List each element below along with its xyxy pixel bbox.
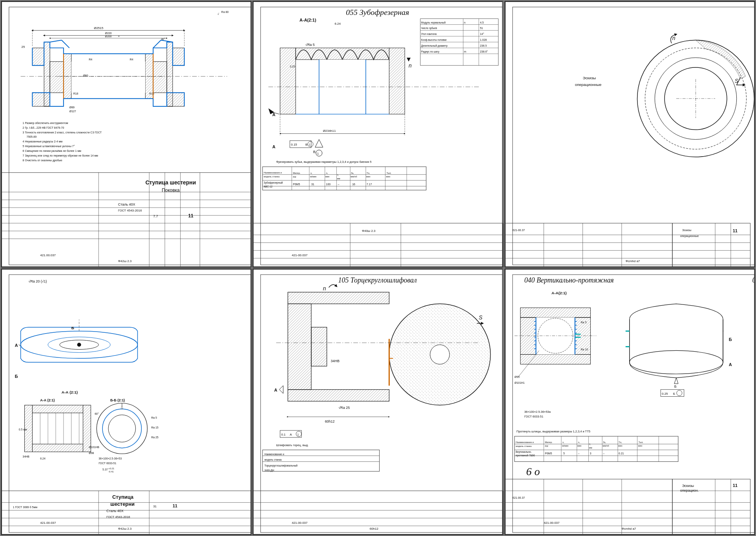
svg-text:модель станка: модель станка bbox=[264, 175, 280, 178]
svg-text:Сталь 40Х: Сталь 40Х bbox=[118, 202, 135, 206]
svg-text:421-00.037: 421-00.037 bbox=[292, 253, 308, 257]
svg-text:421.00.037: 421.00.037 bbox=[40, 253, 56, 257]
svg-line-18 bbox=[153, 40, 161, 48]
svg-rect-312 bbox=[520, 354, 590, 364]
svg-text:1: 1 bbox=[309, 143, 310, 146]
svg-text:621-00.37: 621-00.37 bbox=[513, 229, 525, 232]
svg-text:модель станка: модель станка bbox=[265, 458, 282, 461]
panel-bot-left: √Ra 20 (√1) А А-А (2:1) Б Б bbox=[1, 268, 252, 535]
svg-text:В: В bbox=[305, 143, 307, 146]
svg-text:РИ: РИ bbox=[293, 176, 296, 178]
svg-text:60h12: 60h12 bbox=[325, 419, 335, 423]
svg-rect-9 bbox=[173, 48, 184, 66]
svg-rect-222 bbox=[32, 405, 83, 413]
svg-text:операционные: операционные bbox=[575, 82, 601, 87]
svg-text:Радиус по шагу: Радиус по шагу bbox=[421, 50, 440, 53]
svg-text:Ra 80: Ra 80 bbox=[221, 11, 229, 13]
svg-text:модель станка: модель станка bbox=[515, 445, 531, 447]
svg-text:ГОСТ 4543-2016: ГОСТ 4543-2016 bbox=[106, 515, 130, 519]
svg-rect-71 bbox=[2, 2, 251, 267]
svg-text:R4: R4 bbox=[89, 58, 92, 61]
svg-text:Угол наклона: Угол наклона bbox=[421, 33, 437, 35]
svg-text:14°: 14° bbox=[480, 33, 484, 35]
svg-text:Б: Б bbox=[729, 337, 732, 342]
panel-bot-mid: 105 Торцекруглошлифовал bbox=[252, 268, 503, 535]
svg-text:16: 16 bbox=[352, 183, 355, 186]
svg-text:операцион.: операцион. bbox=[680, 489, 698, 492]
svg-text:3: 3 bbox=[590, 452, 591, 455]
svg-point-357 bbox=[676, 390, 682, 396]
svg-text:421-00.037: 421-00.037 bbox=[544, 521, 560, 525]
svg-text:√Ra 25: √Ra 25 bbox=[339, 406, 350, 410]
svg-text:мин: мин bbox=[386, 175, 391, 178]
svg-rect-313 bbox=[520, 317, 536, 354]
svg-text:Р6М5: Р6М5 bbox=[545, 452, 552, 455]
svg-point-347 bbox=[629, 350, 723, 374]
svg-text:А: А bbox=[272, 144, 276, 149]
svg-text:31: 31 bbox=[153, 505, 157, 508]
svg-text:Х4III-ДН: Х4III-ДН bbox=[265, 469, 274, 472]
svg-text:040 Вертикально-протяжная: 040 Вертикально-протяжная bbox=[524, 276, 614, 284]
svg-text:мм/об: мм/об bbox=[351, 175, 358, 178]
svg-rect-7 bbox=[50, 62, 64, 93]
svg-text:Ø80: Ø80 bbox=[83, 74, 88, 77]
svg-text:Эскизы: Эскизы bbox=[682, 229, 691, 232]
svg-text:Ø200: Ø200 bbox=[105, 35, 112, 38]
svg-text:Поковка: Поковка bbox=[162, 188, 180, 193]
svg-text:А: А bbox=[274, 388, 278, 392]
svg-text:Ø220: Ø220 bbox=[105, 32, 112, 35]
svg-text:6.24: 6.24 bbox=[335, 22, 341, 26]
svg-text:36×100×2.5-36×53а: 36×100×2.5-36×53а bbox=[524, 410, 551, 414]
svg-text:11: 11 bbox=[188, 213, 194, 219]
svg-line-17 bbox=[62, 40, 69, 48]
svg-text:100: 100 bbox=[326, 183, 331, 186]
svg-text:Б: Б bbox=[15, 374, 18, 379]
svg-text:Торцекруглошлифовальный: Торцекруглошлифовальный bbox=[265, 464, 298, 467]
svg-text:шестерни: шестерни bbox=[110, 501, 135, 507]
svg-text:Фcmhd а7: Фcmhd а7 bbox=[621, 527, 636, 531]
svg-text:S₀,: S₀, bbox=[603, 441, 606, 443]
svg-rect-6 bbox=[32, 93, 50, 106]
svg-text:R16: R16 bbox=[149, 92, 154, 95]
svg-text:Tо,: Tо, bbox=[619, 441, 622, 443]
svg-text:11: 11 bbox=[173, 503, 177, 508]
svg-rect-164 bbox=[253, 223, 503, 267]
svg-rect-275 bbox=[288, 390, 389, 401]
svg-text:Ø101Н1: Ø101Н1 bbox=[514, 381, 524, 384]
svg-text:Ø101НВ: Ø101НВ bbox=[89, 446, 99, 448]
svg-text:f,: f, bbox=[589, 443, 591, 445]
svg-text:операционные: операционные bbox=[680, 235, 699, 238]
svg-text:мин: мин bbox=[618, 445, 623, 447]
svg-text:Вертикально-: Вертикально- bbox=[515, 450, 531, 454]
svg-text:п: п bbox=[409, 62, 412, 69]
svg-text:мм: мм bbox=[589, 447, 592, 449]
svg-rect-361 bbox=[514, 436, 678, 462]
main-container: √ Ra 80 bbox=[0, 0, 756, 536]
svg-text:А-А (2:1): А-А (2:1) bbox=[62, 390, 78, 394]
svg-text:Ø89: Ø89 bbox=[69, 106, 75, 109]
svg-marker-118 bbox=[315, 139, 323, 147]
svg-text:238.6°: 238.6° bbox=[480, 50, 488, 53]
panel-bot-right: 040 Вертикально-протяжная 040 Вертикальн… bbox=[504, 268, 755, 535]
svg-text:Tо,: Tо, bbox=[367, 172, 370, 174]
svg-rect-408 bbox=[505, 479, 672, 535]
svg-text:5: 5 bbox=[563, 452, 565, 455]
svg-text:Сталь 40Х: Сталь 40Х bbox=[106, 509, 124, 513]
svg-text:А-А (2:1): А-А (2:1) bbox=[40, 398, 55, 402]
svg-text:11: 11 bbox=[732, 228, 737, 233]
svg-text:7.7: 7.7 bbox=[153, 214, 158, 218]
svg-text:Делительный диаметр: Делительный диаметр bbox=[421, 44, 448, 47]
svg-text:Фcmhd а7: Фcmhd а7 bbox=[625, 259, 640, 263]
svg-text:n,: n, bbox=[326, 172, 328, 174]
svg-text:n,: n, bbox=[578, 441, 580, 443]
svg-rect-100 bbox=[389, 48, 405, 114]
svg-text:Ra 5: Ra 5 bbox=[581, 321, 586, 324]
svg-text:Матер.: Матер. bbox=[293, 172, 301, 174]
svg-text:Р6М5: Р6М5 bbox=[293, 183, 300, 186]
svg-text:АВС-12: АВС-12 bbox=[264, 185, 273, 188]
svg-text:ГОСТ 4543-2016: ГОСТ 4543-2016 bbox=[118, 209, 142, 212]
svg-text:Ступица: Ступица bbox=[112, 494, 134, 500]
svg-text:А-А(2:1): А-А(2:1) bbox=[299, 18, 316, 22]
svg-text:м/мин: м/мин bbox=[562, 445, 568, 447]
svg-text:-0.41: -0.41 bbox=[108, 470, 114, 473]
